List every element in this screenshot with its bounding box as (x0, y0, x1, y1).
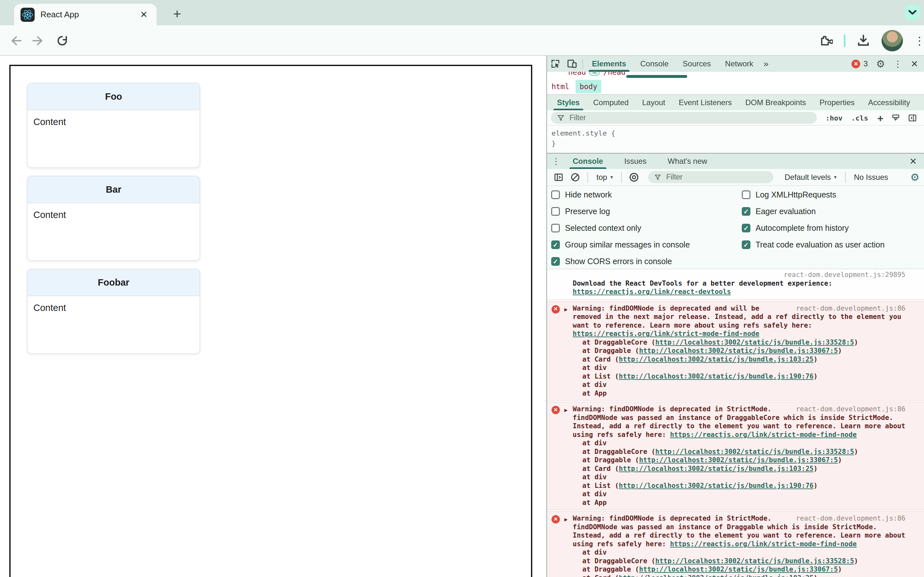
message-link[interactable]: https://reactjs.org/link/react-devtools (573, 288, 731, 295)
breadcrumb-body[interactable]: body (575, 80, 601, 93)
styles-tab-styles[interactable]: Styles (550, 95, 586, 110)
message-source-location[interactable]: react-dom.development.js:86 (796, 405, 905, 414)
devtools-close-icon[interactable]: ✕ (911, 59, 918, 69)
tab-console[interactable]: Console (633, 56, 676, 72)
stack-frame-link[interactable]: http://localhost:3002/static/js/bundle.j… (619, 356, 814, 363)
rendering-brush-icon[interactable] (891, 113, 901, 122)
card-header-foobar[interactable]: Foobar (27, 269, 200, 296)
panel-toggle-icon[interactable] (908, 113, 917, 122)
styles-tab-computed[interactable]: Computed (586, 95, 636, 110)
browser-menu-kebab-icon[interactable]: ⋮ (914, 34, 924, 47)
checkbox-show-cors-errors-in-console[interactable]: ✓ (551, 257, 560, 266)
checkbox-selected-context-only[interactable] (551, 224, 560, 232)
stack-frame-link[interactable]: http://localhost:3002/static/js/bundle.j… (656, 448, 855, 456)
tab-network[interactable]: Network (718, 56, 760, 72)
stack-frame-link[interactable]: http://localhost:3002/static/js/bundle.j… (619, 465, 814, 472)
log-levels-dropdown[interactable]: Default levels▾ (781, 173, 840, 182)
drawer-tab-issues[interactable]: Issues (617, 153, 654, 169)
checkbox-autocomplete-from-history[interactable]: ✓ (742, 224, 750, 232)
styles-tab-dom-breakpoints[interactable]: DOM Breakpoints (738, 95, 813, 110)
clear-console-icon[interactable] (568, 170, 582, 184)
tab-close-icon[interactable]: ✕ (137, 8, 150, 21)
styles-tab-event-listeners[interactable]: Event Listeners (672, 95, 738, 110)
drawer-tab-what-s-new[interactable]: What's new (660, 153, 715, 169)
device-toolbar-icon[interactable] (564, 56, 580, 72)
card-body: Content (27, 203, 200, 227)
message-link[interactable]: https://reactjs.org/link/strict-mode-fin… (670, 431, 857, 438)
live-expression-eye-icon[interactable] (627, 170, 641, 184)
drawer-tab-console[interactable]: Console (565, 153, 611, 169)
browser-tab[interactable]: React App ✕ (14, 4, 157, 25)
stack-frame-link[interactable]: http://localhost:3002/static/js/bundle.j… (656, 557, 855, 565)
dom-expand-ellipsis[interactable]: … (589, 72, 600, 76)
stack-frame-link[interactable]: http://localhost:3002/static/js/bundle.j… (639, 347, 838, 355)
checkbox-eager-evaluation[interactable]: ✓ (742, 207, 750, 216)
styles-tab-accessibility[interactable]: Accessibility (861, 95, 917, 110)
dom-scrollbar-thumb[interactable] (626, 75, 687, 78)
message-source-location[interactable]: react-dom.development.js:86 (796, 304, 905, 313)
drawer-close-icon[interactable]: ✕ (909, 156, 924, 167)
styles-filter-input[interactable]: Filter (551, 112, 817, 124)
element-style-editor[interactable]: element.style { } (547, 126, 924, 153)
checkbox-treat-code-evaluation-as-user-action[interactable]: ✓ (742, 240, 750, 249)
message-source-location[interactable]: react-dom.development.js:86 (796, 514, 905, 523)
breadcrumb-html[interactable]: html (548, 80, 573, 93)
dom-breadcrumb: html body (547, 79, 924, 95)
card-foobar[interactable]: FoobarContent (27, 269, 200, 354)
toggle-hover-state[interactable]: :hov (825, 110, 843, 126)
reload-button[interactable] (52, 25, 73, 56)
error-count-badge[interactable]: ✕ 3 (851, 59, 867, 68)
dom-head-tag[interactable]: head (568, 72, 586, 76)
stack-frame-link[interactable]: http://localhost:3002/static/js/bundle.j… (639, 456, 838, 464)
expand-triangle-icon[interactable]: ▶ (564, 305, 567, 314)
checkbox-log-xmlhttprequests[interactable] (742, 190, 750, 199)
stack-frame-link[interactable]: http://localhost:3002/static/js/bundle.j… (619, 574, 814, 577)
element-style-open[interactable]: element.style { (551, 128, 924, 139)
checkbox-label: Hide network (565, 190, 612, 199)
back-button[interactable] (5, 25, 26, 56)
card-foo[interactable]: FooContent (27, 83, 200, 168)
drawer-menu-kebab-icon[interactable]: ⋮ (547, 156, 565, 166)
tab-sources[interactable]: Sources (676, 56, 718, 72)
stack-frame-link[interactable]: http://localhost:3002/static/js/bundle.j… (619, 372, 814, 380)
extensions-puzzle-icon[interactable] (819, 34, 833, 48)
more-tabs-icon[interactable]: » (760, 59, 772, 69)
issues-counter[interactable]: No Issues (851, 173, 892, 182)
styles-tab-layout[interactable]: Layout (635, 95, 672, 110)
tab-overview-button[interactable] (905, 5, 920, 20)
tab-elements[interactable]: Elements (585, 56, 633, 72)
expand-triangle-icon[interactable]: ▶ (564, 515, 567, 524)
card-body: Content (27, 110, 200, 134)
devtools-menu-kebab-icon[interactable]: ⋮ (893, 59, 903, 69)
inspect-element-icon[interactable] (547, 56, 564, 72)
stack-frame-link[interactable]: http://localhost:3002/static/js/bundle.j… (639, 566, 838, 573)
stack-frame: at div (573, 364, 905, 372)
message-link[interactable]: https://reactjs.org/link/strict-mode-fin… (573, 330, 759, 338)
stack-frame: at DraggableCore (http://localhost:3002/… (573, 448, 905, 456)
stack-frame-link[interactable]: http://localhost:3002/static/js/bundle.j… (619, 482, 814, 490)
checkbox-group-similar-messages-in-console[interactable]: ✓ (551, 240, 560, 249)
expand-triangle-icon[interactable]: ▶ (564, 406, 567, 414)
card-header-bar[interactable]: Bar (27, 176, 200, 203)
forward-button[interactable] (28, 25, 49, 56)
checkbox-hide-network[interactable] (551, 190, 560, 199)
toggle-class[interactable]: .cls (851, 110, 868, 126)
profile-avatar[interactable] (881, 30, 903, 52)
card-header-foo[interactable]: Foo (27, 83, 200, 110)
console-settings-gear-icon[interactable]: ⚙ (910, 172, 919, 182)
new-style-rule-plus-icon[interactable]: + (877, 110, 883, 126)
console-filter-input[interactable]: Filter (648, 171, 774, 183)
stack-frame-link[interactable]: http://localhost:3002/static/js/bundle.j… (656, 338, 855, 346)
new-tab-button[interactable]: + (168, 5, 187, 24)
card-bar[interactable]: BarContent (27, 176, 200, 261)
message-link[interactable]: https://reactjs.org/link/strict-mode-fin… (670, 540, 857, 548)
stack-frame: at Card (http://localhost:3002/static/js… (573, 355, 905, 364)
context-selector[interactable]: top▾ (593, 173, 616, 182)
dom-head-close-tag[interactable]: /head (603, 72, 625, 76)
console-sidebar-toggle-icon[interactable] (551, 170, 565, 184)
message-source-location[interactable]: react-dom.development.js:29895 (573, 271, 905, 279)
download-icon[interactable] (856, 34, 871, 48)
devtools-settings-gear-icon[interactable]: ⚙ (876, 59, 885, 69)
checkbox-preserve-log[interactable] (551, 207, 560, 216)
styles-tab-properties[interactable]: Properties (813, 95, 861, 110)
